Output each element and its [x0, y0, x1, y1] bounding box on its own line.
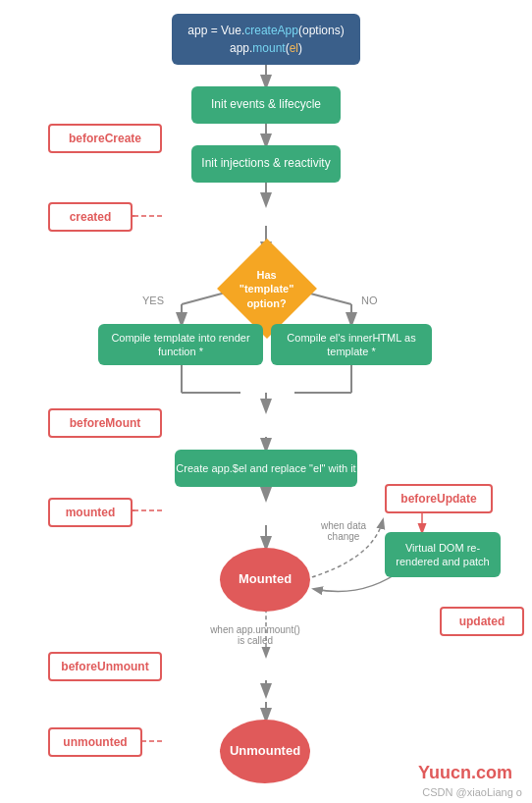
compile-template-text: Compile template into render function * — [98, 331, 263, 359]
created-label: created — [48, 202, 133, 232]
compile-html-box: Compile el's innerHTML as template * — [271, 324, 432, 365]
updated-label: updated — [440, 607, 524, 636]
unmounted-circle-text: Unmounted — [230, 743, 300, 760]
diagram: app = Vue.createApp(options) app.mount(e… — [0, 0, 532, 803]
when-unmount-text: when app.unmount() is called — [206, 624, 304, 646]
create-appsel-box: Create app.$el and replace "el" with it — [175, 450, 357, 487]
app-create-box: app = Vue.createApp(options) app.mount(e… — [172, 14, 360, 65]
no-label: NO — [361, 294, 378, 306]
init-events-box: Init events & lifecycle — [191, 86, 341, 124]
init-events-text: Init events & lifecycle — [211, 97, 321, 113]
virtual-dom-text: Virtual DOM re-rendered and patch — [385, 541, 501, 569]
when-data-change-text: when data change — [304, 520, 383, 542]
has-template-text: Has"template"option? — [239, 268, 294, 310]
create-appsel-text: Create app.$el and replace "el" with it — [176, 461, 355, 475]
unmounted-circle: Unmounted — [220, 720, 310, 783]
app-create-text: app = Vue.createApp(options) app.mount(e… — [187, 22, 344, 57]
credit: CSDN @xiaoLiang o — [422, 786, 522, 798]
compile-html-text: Compile el's innerHTML as template * — [271, 331, 432, 359]
mounted-circle-text: Mounted — [239, 571, 292, 588]
mounted-label: mounted — [48, 498, 133, 527]
before-update-label: beforeUpdate — [385, 484, 493, 513]
before-mount-label: beforeMount — [48, 408, 162, 438]
virtual-dom-box: Virtual DOM re-rendered and patch — [385, 532, 501, 577]
mounted-circle: Mounted — [220, 548, 310, 612]
init-inject-text: Init injections & reactivity — [201, 156, 330, 172]
before-create-label: beforeCreate — [48, 124, 162, 153]
yes-label: YES — [142, 294, 164, 306]
watermark: Yuucn.com — [418, 763, 512, 783]
init-inject-box: Init injections & reactivity — [191, 145, 341, 183]
unmounted-label: unmounted — [48, 727, 142, 757]
compile-template-box: Compile template into render function * — [98, 324, 263, 365]
before-unmount-label: beforeUnmount — [48, 652, 162, 681]
